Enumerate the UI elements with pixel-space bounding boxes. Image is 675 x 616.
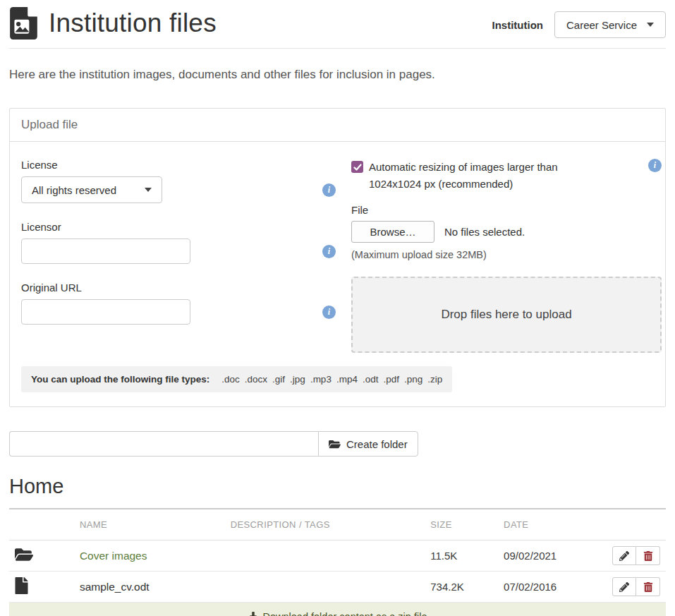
table-row-folder: Cover images 11.5K 09/02/2021 — [9, 540, 666, 572]
file-status: No files selected. — [444, 226, 525, 238]
license-info-icon[interactable]: i — [322, 183, 336, 197]
institution-label: Institution — [492, 19, 543, 31]
row-type-icon-cell — [9, 540, 74, 572]
page-title: Institution files — [49, 8, 217, 38]
row-actions-cell — [598, 540, 666, 572]
table-row-file: sample_cv.odt 734.2K 07/02/2016 — [9, 572, 666, 603]
header-divider — [9, 48, 666, 49]
licensor-input[interactable] — [21, 238, 190, 264]
file-label: File — [351, 204, 662, 216]
row-date-cell: 09/02/2021 — [498, 540, 598, 572]
filetype: .gif — [272, 374, 285, 385]
filetype: .jpg — [290, 374, 305, 385]
folder-heading: Home — [9, 475, 666, 498]
delete-button[interactable] — [636, 546, 660, 565]
row-name-cell: Cover images — [74, 540, 225, 572]
folder-link[interactable]: Cover images — [80, 550, 147, 562]
original-url-field: Original URL i — [21, 282, 336, 325]
size-column-header: SIZE — [425, 509, 498, 540]
filetype: .odt — [363, 374, 379, 385]
original-url-input[interactable] — [21, 299, 190, 325]
institution-value: Career Service — [566, 19, 637, 31]
upload-right-column: Automatic resizing of images larger than… — [351, 159, 662, 353]
upload-left-column: License All rights reserved i Licensor — [21, 159, 336, 353]
filetype: .docx — [245, 374, 267, 385]
chevron-down-icon — [145, 188, 152, 192]
filetype: .pdf — [383, 374, 399, 385]
file-field: File Browse… No files selected. (Maximum… — [351, 204, 662, 260]
folder-open-icon — [329, 439, 341, 449]
resize-checkbox-row: Automatic resizing of images larger than… — [351, 159, 662, 193]
page: Institution files Institution Career Ser… — [0, 0, 675, 616]
resize-info-icon[interactable]: i — [648, 159, 662, 172]
upload-panel-body: License All rights reserved i Licensor — [10, 142, 665, 406]
trash-icon — [643, 551, 653, 561]
folder-open-icon — [15, 546, 33, 563]
table-footer-row: Download folder content as a zip file — [9, 603, 666, 616]
date-column-header: DATE — [498, 509, 598, 540]
filetype: .zip — [427, 374, 442, 385]
title-wrap: Institution files — [9, 7, 217, 40]
check-icon — [353, 163, 362, 171]
licensor-field: Licensor i — [21, 221, 336, 264]
file-link[interactable]: sample_cv.odt — [80, 581, 150, 593]
download-zip-link[interactable]: Download folder content as a zip file — [248, 611, 427, 616]
licensor-info-icon[interactable]: i — [322, 245, 336, 258]
license-label: License — [21, 159, 336, 171]
institution-selector: Institution Career Service — [492, 11, 666, 38]
file-icon — [15, 577, 28, 594]
table-header-row: NAME DESCRIPTION / TAGS SIZE DATE — [9, 509, 666, 540]
max-upload-note: (Maximum upload size 32MB) — [351, 249, 662, 260]
license-value: All rights reserved — [32, 184, 116, 196]
create-folder-button[interactable]: Create folder — [318, 431, 418, 457]
page-description: Here are the institution images, documen… — [9, 68, 666, 82]
page-header: Institution files Institution Career Ser… — [9, 0, 666, 40]
download-zip-label: Download folder content as a zip file — [263, 611, 427, 616]
original-url-info-icon[interactable]: i — [322, 306, 336, 319]
row-actions-cell — [598, 572, 666, 603]
filetype: .mp4 — [336, 374, 358, 385]
upload-panel-title: Upload file — [10, 109, 665, 142]
edit-button[interactable] — [612, 546, 636, 565]
row-type-icon-cell — [9, 572, 74, 603]
delete-button[interactable] — [636, 577, 660, 596]
original-url-label: Original URL — [21, 282, 336, 294]
create-folder-label: Create folder — [346, 438, 408, 450]
dropzone-text: Drop files here to upload — [441, 308, 571, 322]
edit-button[interactable] — [612, 577, 636, 596]
files-table: NAME DESCRIPTION / TAGS SIZE DATE Cover … — [9, 508, 666, 616]
folder-name-input[interactable] — [9, 431, 318, 457]
license-select[interactable]: All rights reserved — [21, 176, 162, 203]
chevron-down-icon — [647, 23, 654, 27]
name-column-header: NAME — [74, 509, 225, 540]
resize-checkbox-label: Automatic resizing of images larger than… — [369, 159, 589, 193]
institution-select[interactable]: Career Service — [554, 11, 666, 38]
pencil-icon — [619, 551, 629, 561]
download-icon — [248, 612, 258, 616]
create-folder-group: Create folder — [9, 431, 666, 457]
actions-column-header — [598, 509, 666, 540]
row-size-cell: 734.2K — [425, 572, 498, 603]
allowed-filetypes-bar: You can upload the following file types:… — [21, 366, 452, 392]
filetype: .mp3 — [310, 374, 332, 385]
license-field: License All rights reserved i — [21, 159, 336, 203]
row-name-cell: sample_cv.odt — [74, 572, 225, 603]
row-date-cell: 07/02/2016 — [498, 572, 598, 603]
row-description-cell — [225, 540, 425, 572]
resize-checkbox[interactable] — [351, 161, 363, 173]
icon-column-header — [9, 509, 74, 540]
description-column-header: DESCRIPTION / TAGS — [225, 509, 425, 540]
upload-file-panel: Upload file License All rights reserved … — [9, 108, 666, 407]
file-image-icon — [9, 7, 39, 40]
row-size-cell: 11.5K — [425, 540, 498, 572]
filetype: .png — [404, 374, 422, 385]
file-dropzone[interactable]: Drop files here to upload — [351, 277, 662, 353]
licensor-label: Licensor — [21, 221, 336, 233]
pencil-icon — [619, 582, 629, 592]
row-description-cell — [225, 572, 425, 603]
filetype: .doc — [221, 374, 240, 385]
filetypes-label: You can upload the following file types: — [31, 374, 209, 385]
trash-icon — [643, 582, 653, 592]
browse-button[interactable]: Browse… — [351, 221, 434, 243]
